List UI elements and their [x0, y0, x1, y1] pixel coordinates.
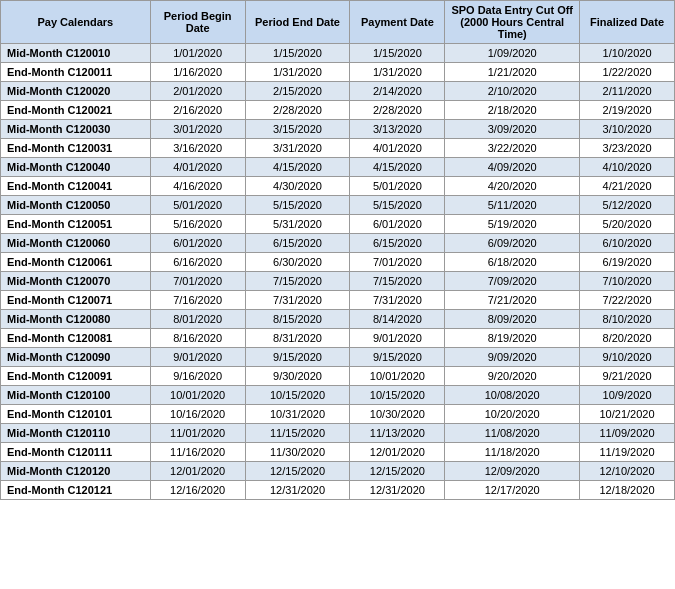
table-cell: 3/16/2020: [150, 139, 245, 158]
table-row: End-Month C12012112/16/202012/31/202012/…: [1, 481, 675, 500]
table-cell: 8/16/2020: [150, 329, 245, 348]
table-cell: 11/09/2020: [580, 424, 675, 443]
pay-calendar-name: End-Month C120021: [1, 101, 151, 120]
pay-calendar-name: Mid-Month C120020: [1, 82, 151, 101]
header-finalized: Finalized Date: [580, 1, 675, 44]
table-cell: 9/20/2020: [445, 367, 580, 386]
table-cell: 1/10/2020: [580, 44, 675, 63]
table-row: Mid-Month C1200707/01/20207/15/20207/15/…: [1, 272, 675, 291]
table-cell: 1/09/2020: [445, 44, 580, 63]
table-cell: 2/19/2020: [580, 101, 675, 120]
header-period-end: Period End Date: [245, 1, 350, 44]
table-cell: 3/13/2020: [350, 120, 445, 139]
table-cell: 5/01/2020: [150, 196, 245, 215]
table-cell: 1/15/2020: [245, 44, 350, 63]
pay-calendar-name: End-Month C120081: [1, 329, 151, 348]
table-cell: 8/15/2020: [245, 310, 350, 329]
table-cell: 4/01/2020: [150, 158, 245, 177]
table-cell: 10/30/2020: [350, 405, 445, 424]
table-cell: 5/16/2020: [150, 215, 245, 234]
table-cell: 10/15/2020: [350, 386, 445, 405]
table-cell: 4/10/2020: [580, 158, 675, 177]
table-cell: 5/11/2020: [445, 196, 580, 215]
table-cell: 7/09/2020: [445, 272, 580, 291]
table-cell: 12/31/2020: [245, 481, 350, 500]
table-cell: 7/01/2020: [150, 272, 245, 291]
table-cell: 5/01/2020: [350, 177, 445, 196]
table-cell: 2/15/2020: [245, 82, 350, 101]
table-cell: 11/01/2020: [150, 424, 245, 443]
table-row: End-Month C1200616/16/20206/30/20207/01/…: [1, 253, 675, 272]
table-cell: 4/09/2020: [445, 158, 580, 177]
pay-calendar-name: End-Month C120111: [1, 443, 151, 462]
table-cell: 9/15/2020: [245, 348, 350, 367]
table-row: Mid-Month C1200808/01/20208/15/20208/14/…: [1, 310, 675, 329]
table-cell: 11/18/2020: [445, 443, 580, 462]
table-row: End-Month C1200414/16/20204/30/20205/01/…: [1, 177, 675, 196]
table-cell: 9/21/2020: [580, 367, 675, 386]
pay-calendar-name: Mid-Month C120120: [1, 462, 151, 481]
header-pay-calendars: Pay Calendars: [1, 1, 151, 44]
table-cell: 11/19/2020: [580, 443, 675, 462]
pay-calendar-name: End-Month C120121: [1, 481, 151, 500]
table-cell: 5/19/2020: [445, 215, 580, 234]
table-cell: 10/16/2020: [150, 405, 245, 424]
table-cell: 11/16/2020: [150, 443, 245, 462]
table-cell: 8/19/2020: [445, 329, 580, 348]
table-cell: 2/28/2020: [245, 101, 350, 120]
table-cell: 3/01/2020: [150, 120, 245, 139]
table-cell: 2/01/2020: [150, 82, 245, 101]
table-cell: 3/31/2020: [245, 139, 350, 158]
table-cell: 7/01/2020: [350, 253, 445, 272]
table-cell: 1/16/2020: [150, 63, 245, 82]
table-cell: 3/10/2020: [580, 120, 675, 139]
table-cell: 2/18/2020: [445, 101, 580, 120]
table-cell: 12/31/2020: [350, 481, 445, 500]
table-cell: 6/16/2020: [150, 253, 245, 272]
table-cell: 6/19/2020: [580, 253, 675, 272]
pay-calendar-name: End-Month C120031: [1, 139, 151, 158]
table-cell: 6/09/2020: [445, 234, 580, 253]
table-cell: 6/30/2020: [245, 253, 350, 272]
table-cell: 4/15/2020: [245, 158, 350, 177]
table-row: End-Month C12010110/16/202010/31/202010/…: [1, 405, 675, 424]
table-cell: 10/01/2020: [350, 367, 445, 386]
table-cell: 2/10/2020: [445, 82, 580, 101]
table-cell: 12/09/2020: [445, 462, 580, 481]
table-cell: 7/15/2020: [350, 272, 445, 291]
table-cell: 4/01/2020: [350, 139, 445, 158]
table-row: Mid-Month C1200505/01/20205/15/20205/15/…: [1, 196, 675, 215]
table-row: Mid-Month C12011011/01/202011/15/202011/…: [1, 424, 675, 443]
table-cell: 10/31/2020: [245, 405, 350, 424]
table-cell: 7/31/2020: [245, 291, 350, 310]
pay-calendar-name: Mid-Month C120060: [1, 234, 151, 253]
table-row: Mid-Month C12012012/01/202012/15/202012/…: [1, 462, 675, 481]
table-cell: 1/31/2020: [350, 63, 445, 82]
table-cell: 12/01/2020: [350, 443, 445, 462]
table-cell: 12/17/2020: [445, 481, 580, 500]
pay-calendar-name: End-Month C120091: [1, 367, 151, 386]
table-cell: 12/15/2020: [245, 462, 350, 481]
table-row: End-Month C1200212/16/20202/28/20202/28/…: [1, 101, 675, 120]
table-cell: 9/01/2020: [150, 348, 245, 367]
table-cell: 7/22/2020: [580, 291, 675, 310]
table-cell: 3/15/2020: [245, 120, 350, 139]
table-row: Mid-Month C1200101/01/20201/15/20201/15/…: [1, 44, 675, 63]
pay-calendar-name: Mid-Month C120090: [1, 348, 151, 367]
table-row: Mid-Month C1200909/01/20209/15/20209/15/…: [1, 348, 675, 367]
pay-calendar-name: Mid-Month C120100: [1, 386, 151, 405]
header-payment: Payment Date: [350, 1, 445, 44]
table-cell: 7/31/2020: [350, 291, 445, 310]
table-cell: 3/09/2020: [445, 120, 580, 139]
table-cell: 11/15/2020: [245, 424, 350, 443]
table-cell: 6/01/2020: [150, 234, 245, 253]
header-spo: SPO Data Entry Cut Off (2000 Hours Centr…: [445, 1, 580, 44]
table-cell: 1/31/2020: [245, 63, 350, 82]
table-cell: 9/15/2020: [350, 348, 445, 367]
table-cell: 11/13/2020: [350, 424, 445, 443]
table-cell: 10/9/2020: [580, 386, 675, 405]
table-cell: 7/10/2020: [580, 272, 675, 291]
table-cell: 10/01/2020: [150, 386, 245, 405]
table-row: Mid-Month C12010010/01/202010/15/202010/…: [1, 386, 675, 405]
pay-calendar-table: Pay Calendars Period Begin Date Period E…: [0, 0, 675, 500]
